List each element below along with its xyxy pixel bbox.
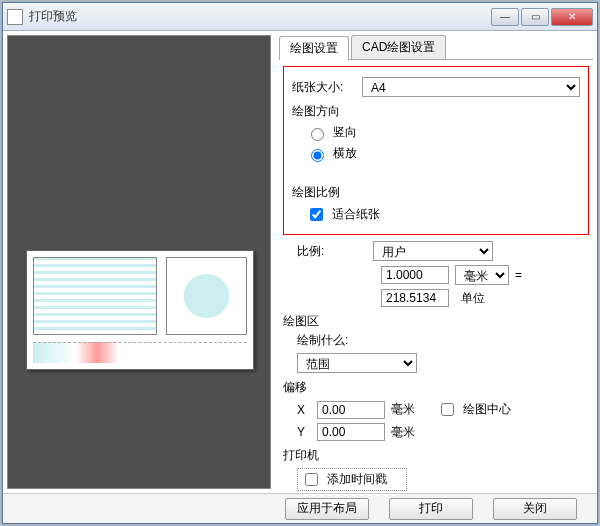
- scale-unit1-select[interactable]: 毫米: [455, 265, 509, 285]
- preview-drawing-bottom: [33, 342, 247, 363]
- offset-y-input[interactable]: [317, 423, 385, 441]
- preview-drawing-right: [166, 257, 247, 335]
- paper-size-select[interactable]: A4: [362, 77, 580, 97]
- preview-drawing-left: [33, 257, 157, 335]
- ratio-select[interactable]: 用户: [373, 241, 493, 261]
- printer-group-label: 打印机: [283, 447, 589, 464]
- tab-cad-settings[interactable]: CAD绘图设置: [351, 35, 446, 59]
- landscape-label: 横放: [333, 145, 357, 162]
- fit-paper-checkbox[interactable]: [310, 208, 323, 221]
- orientation-label: 绘图方向: [292, 103, 580, 120]
- landscape-radio[interactable]: [311, 149, 324, 162]
- plot-what-select[interactable]: 范围: [297, 353, 417, 373]
- maximize-button[interactable]: ▭: [521, 8, 549, 26]
- footer: 应用于布局 打印 关闭: [3, 493, 597, 523]
- highlighted-settings-box: 纸张大小: A4 绘图方向 竖向 横放 绘图比例: [283, 66, 589, 235]
- equals-label: =: [515, 268, 522, 282]
- settings-pane: 绘图设置 CAD绘图设置 纸张大小: A4 绘图方向 竖向: [275, 31, 597, 493]
- print-preview-window: 打印预览 — ▭ ✕ 绘图设置 CAD绘图设置: [2, 2, 598, 524]
- app-icon: [7, 9, 23, 25]
- offset-y-unit: 毫米: [391, 424, 415, 441]
- apply-layout-button[interactable]: 应用于布局: [285, 498, 369, 520]
- scale-group-label: 绘图比例: [292, 184, 580, 201]
- offset-x-label: X: [297, 403, 311, 417]
- close-button[interactable]: ✕: [551, 8, 593, 26]
- print-button[interactable]: 打印: [389, 498, 473, 520]
- offset-x-unit: 毫米: [391, 401, 415, 418]
- plot-center-label: 绘图中心: [463, 401, 511, 418]
- window-title: 打印预览: [29, 8, 491, 25]
- offset-y-label: Y: [297, 425, 311, 439]
- preview-page: [26, 250, 254, 370]
- portrait-label: 竖向: [333, 124, 357, 141]
- plot-area-group-label: 绘图区: [283, 313, 589, 330]
- plot-what-label: 绘制什么:: [297, 332, 589, 349]
- offset-x-input[interactable]: [317, 401, 385, 419]
- titlebar[interactable]: 打印预览 — ▭ ✕: [3, 3, 597, 31]
- close-dialog-button[interactable]: 关闭: [493, 498, 577, 520]
- minimize-button[interactable]: —: [491, 8, 519, 26]
- paper-size-label: 纸张大小:: [292, 79, 356, 96]
- scale-value2-input[interactable]: [381, 289, 449, 307]
- timestamp-checkbox[interactable]: [305, 473, 318, 486]
- offset-group-label: 偏移: [283, 379, 589, 396]
- tab-draw-settings[interactable]: 绘图设置: [279, 36, 349, 60]
- portrait-radio[interactable]: [311, 128, 324, 141]
- preview-pane: [7, 35, 271, 489]
- plot-center-checkbox[interactable]: [441, 403, 454, 416]
- scale-value1-input[interactable]: [381, 266, 449, 284]
- timestamp-label: 添加时间戳: [327, 471, 387, 488]
- fit-paper-label: 适合纸张: [332, 206, 380, 223]
- scale-unit2-label: 单位: [455, 290, 485, 307]
- ratio-label: 比例:: [283, 243, 367, 260]
